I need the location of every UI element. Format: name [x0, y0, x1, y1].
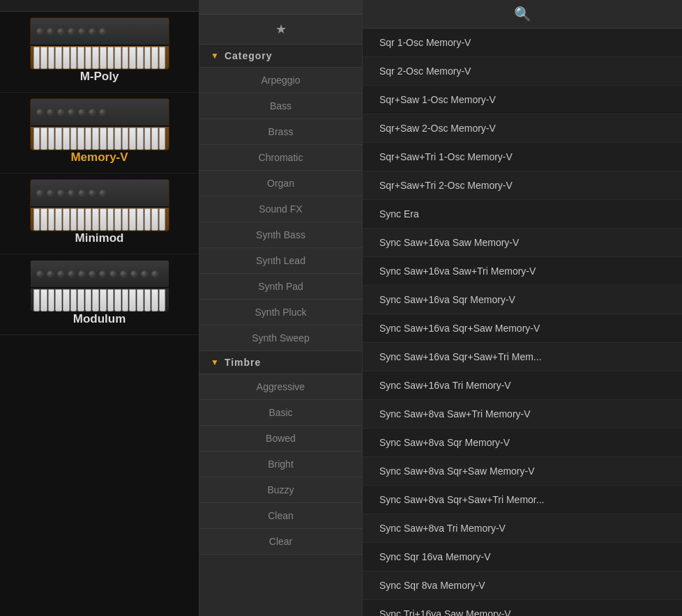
filter-item-synth-pluck[interactable]: Synth Pluck	[199, 300, 362, 325]
synth-name-minimod: Minimod	[75, 231, 124, 245]
filter-section-category[interactable]: ▼ Category	[199, 45, 362, 68]
preset-item[interactable]: Sqr+Saw 1-Osc Memory-V	[363, 86, 682, 114]
filter-item-aggressive[interactable]: Aggressive	[199, 374, 362, 400]
synth-name-memory-v: Memory-V	[70, 151, 128, 164]
sidebar: M-Poly Memory-V Minimod	[0, 0, 199, 616]
presets-header: 🔍	[363, 0, 682, 29]
filter-section-timbre[interactable]: ▼ Timbre	[199, 351, 362, 374]
filter-star[interactable]: ★	[199, 15, 362, 45]
filter-item-bright[interactable]: Bright	[199, 452, 362, 477]
preset-item[interactable]: Sync Saw+16va Tri Memory-V	[363, 371, 682, 400]
presets-list: Sqr 1-Osc Memory-VSqr 2-Osc Memory-VSqr+…	[363, 29, 682, 616]
preset-item[interactable]: Sync Sqr 8va Memory-V	[363, 571, 682, 600]
section-label-category: Category	[225, 50, 273, 61]
filter-item-synth-pad[interactable]: Synth Pad	[199, 274, 362, 300]
preset-item[interactable]: Sync Sqr 16va Memory-V	[363, 543, 682, 571]
filter-item-sound-fx[interactable]: Sound FX	[199, 197, 362, 222]
filter-item-chromatic[interactable]: Chromatic	[199, 145, 362, 171]
preset-item[interactable]: Sync Saw+8va Sqr+Saw Memory-V	[363, 457, 682, 486]
filters-header	[199, 0, 362, 15]
filters-list: ★▼ CategoryArpeggioBassBrassChromaticOrg…	[199, 15, 362, 616]
section-arrow-category: ▼	[211, 51, 219, 61]
filter-item-synth-bass[interactable]: Synth Bass	[199, 222, 362, 248]
preset-item[interactable]: Sync Saw+16va Sqr+Saw Memory-V	[363, 314, 682, 343]
preset-item[interactable]: Sync Saw+8va Tri Memory-V	[363, 514, 682, 543]
filter-item-organ[interactable]: Organ	[199, 171, 362, 197]
preset-item[interactable]: Sync Saw+8va Sqr Memory-V	[363, 429, 682, 457]
synth-name-modulum: Modulum	[73, 312, 126, 326]
preset-item[interactable]: Sqr+Saw 2-Osc Memory-V	[363, 114, 682, 143]
filter-item-brass[interactable]: Brass	[199, 119, 362, 145]
filter-item-arpeggio[interactable]: Arpeggio	[199, 68, 362, 93]
filter-item-clear[interactable]: Clear	[199, 529, 362, 555]
search-icon: 🔍	[514, 6, 531, 22]
synth-item-memory-v[interactable]: Memory-V	[0, 93, 199, 174]
preset-item[interactable]: Sync Saw+16va Saw Memory-V	[363, 229, 682, 257]
preset-item[interactable]: Sync Saw+16va Sqr Memory-V	[363, 286, 682, 314]
filter-item-clean[interactable]: Clean	[199, 503, 362, 529]
preset-item[interactable]: Sync Saw+16va Sqr+Saw+Tri Mem...	[363, 343, 682, 371]
preset-item[interactable]: Sync Saw+8va Saw+Tri Memory-V	[363, 400, 682, 429]
synth-item-m-poly[interactable]: M-Poly	[0, 12, 199, 93]
synth-name-m-poly: M-Poly	[80, 70, 119, 84]
synth-item-modulum[interactable]: Modulum	[0, 254, 199, 335]
filters-panel: ★▼ CategoryArpeggioBassBrassChromaticOrg…	[199, 0, 363, 616]
preset-item[interactable]: Sqr+Saw+Tri 2-Osc Memory-V	[363, 171, 682, 200]
preset-item[interactable]: Sqr 1-Osc Memory-V	[363, 29, 682, 57]
filter-item-basic[interactable]: Basic	[199, 400, 362, 426]
preset-item[interactable]: Sqr+Saw+Tri 1-Osc Memory-V	[363, 143, 682, 171]
preset-item[interactable]: Sync Saw+16va Saw+Tri Memory-V	[363, 257, 682, 286]
preset-item[interactable]: Sync Saw+8va Sqr+Saw+Tri Memor...	[363, 486, 682, 514]
sidebar-header	[0, 0, 199, 12]
preset-item[interactable]: Sync Tri+16va Saw Memory-V	[363, 600, 682, 616]
filter-item-bass[interactable]: Bass	[199, 93, 362, 119]
instrument-list: M-Poly Memory-V Minimod	[0, 12, 199, 616]
filter-item-bowed[interactable]: Bowed	[199, 426, 362, 452]
preset-item[interactable]: Sqr 2-Osc Memory-V	[363, 57, 682, 86]
section-label-timbre: Timbre	[225, 357, 261, 368]
presets-panel: 🔍 Sqr 1-Osc Memory-VSqr 2-Osc Memory-VSq…	[363, 0, 682, 616]
preset-item[interactable]: Sync Era	[363, 200, 682, 229]
filter-item-buzzy[interactable]: Buzzy	[199, 477, 362, 503]
synth-item-minimod[interactable]: Minimod	[0, 174, 199, 254]
section-arrow-timbre: ▼	[211, 357, 219, 367]
filter-item-synth-lead[interactable]: Synth Lead	[199, 248, 362, 274]
filter-item-synth-sweep[interactable]: Synth Sweep	[199, 325, 362, 351]
